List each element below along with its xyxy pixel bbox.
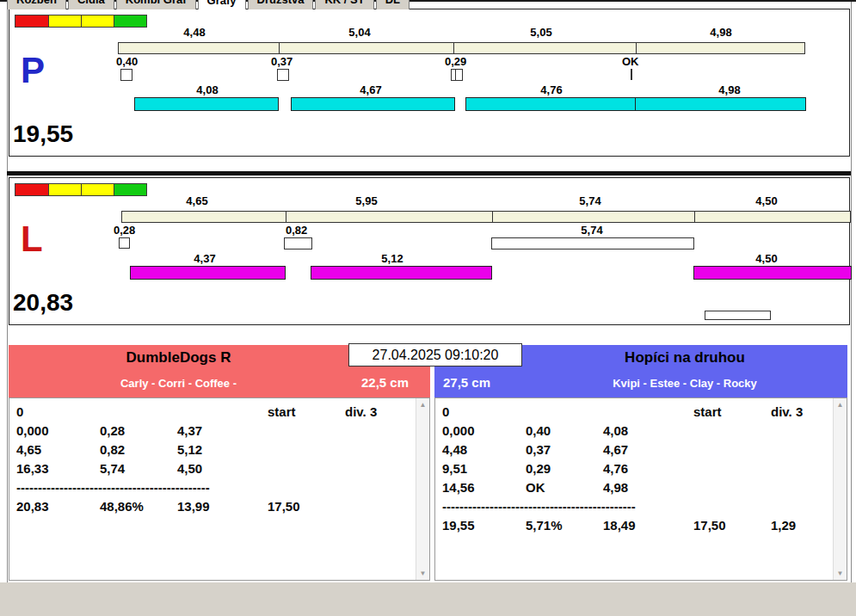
table-cell [345,422,412,440]
split-timeline-bar [121,211,851,223]
table-cell: 0,000 [16,422,100,440]
yellow-light [48,184,81,195]
partial-bar [705,311,771,320]
table-cell: 4,98 [603,478,693,497]
table-cell: 14,56 [442,478,526,497]
table-cell [771,478,829,497]
table-cell [268,459,345,478]
table-cell: 13,99 [177,497,268,516]
team-left-results-pane[interactable]: 0startdiv. 30,0000,284,374,650,825,1216,… [9,397,430,581]
change-time-label: OK [622,55,639,68]
table-cell [345,440,412,459]
table-row: 4,650,825,12 [16,440,412,459]
table-cell: 16,33 [16,459,100,478]
lane-panel-l: 4,65 5,95 5,74 4,50 0,28 0,82 5,74 4,37 … [9,177,850,325]
dog-time-label: 4,50 [755,252,777,265]
team-right-name: Hopíci na druhou [522,349,847,367]
app-window: Rozběh Čidla Kombi Graf Grafy Družstva K… [0,0,856,616]
tab-rozbeh[interactable]: Rozběh [7,0,66,9]
window-left-border [7,0,8,582]
table-cell [693,440,771,459]
table-row: 0,0000,284,37 [16,422,412,440]
tab-kombi-graf[interactable]: Kombi Graf [116,0,196,9]
table-cell: 5,71% [526,516,603,535]
table-cell [771,459,829,478]
team-left-results-table: 0startdiv. 30,0000,284,374,650,825,1216,… [16,403,412,516]
timestamp: 27.04.2025 09:10:20 [348,343,522,367]
change-time-label: 5,74 [581,224,602,237]
dog-time-label: 4,98 [718,83,740,96]
segment-divider [453,43,454,53]
dog-time-bar [130,266,286,280]
table-cell [345,497,412,516]
table-cell: ----------------------------------------… [442,497,681,516]
scrollbar[interactable]: ▲ ▼ [833,398,847,580]
change-time-label: 0,29 [445,55,466,68]
status-strip [0,582,856,616]
segment-divider [694,212,695,222]
table-cell: div. 3 [771,403,829,422]
scroll-down-icon[interactable]: ▼ [834,570,847,577]
table-row: 20,8348,86%13,9917,50 [16,497,412,516]
table-divider-row: ----------------------------------------… [442,497,829,516]
tab-kk-st[interactable]: KK / ST [315,0,373,9]
table-cell [526,403,603,422]
tab-druzstva[interactable]: Družstva [248,0,314,9]
team-left-dogs: Carly - Corri - Coffee - [9,377,348,390]
table-cell [345,459,412,478]
scrollbar[interactable]: ▲ ▼ [416,398,429,580]
table-cell [693,422,771,440]
table-cell [693,459,771,478]
team-right-results-pane[interactable]: 0startdiv. 30,0000,404,084,480,374,679,5… [434,397,847,581]
ok-tick-mark [631,69,632,80]
table-row: 19,555,71%18,4917,501,29 [442,516,829,535]
change-marker-box [277,69,289,81]
change-marker-box [451,69,463,81]
change-time-label: 0,82 [286,224,307,237]
table-row: 16,335,744,50 [16,459,412,478]
table-cell: 4,65 [16,440,100,459]
table-cell: OK [526,478,603,497]
change-marker-box [119,237,130,249]
team-right-dogs: Kvipi - Estee - Clay - Rocky [522,377,847,390]
segment-divider [636,43,637,53]
split-time-label: 5,95 [355,194,377,207]
table-cell: 17,50 [268,497,345,516]
table-cell [177,403,268,422]
table-cell: 9,51 [442,459,526,478]
table-cell: 4,76 [603,459,693,478]
tab-grafy[interactable]: Grafy [198,0,246,9]
yellow-light [48,15,81,27]
change-marker-box [120,69,132,81]
red-light [15,184,48,195]
change-marker-bar [491,237,694,249]
dog-time-bar [693,266,852,280]
change-time-label: 0,28 [114,224,135,237]
segment-divider [492,212,493,222]
table-row: 0startdiv. 3 [442,403,829,422]
table-cell: 4,37 [177,422,268,440]
tab-dl[interactable]: DL [376,0,410,9]
split-time-label: 4,98 [710,26,731,39]
table-cell: 0,82 [100,440,177,459]
start-lights-p [15,15,147,28]
table-row: 14,56OK4,98 [442,478,829,497]
table-cell: 0,37 [526,440,603,459]
table-cell: ----------------------------------------… [16,478,256,497]
table-cell: 18,49 [603,516,693,535]
dog-time-label: 4,76 [540,83,562,96]
dog-time-label: 5,12 [381,252,403,265]
table-row: 9,510,294,76 [442,459,829,478]
table-cell: 0 [16,403,100,422]
scroll-down-icon[interactable]: ▼ [416,570,429,577]
table-cell: 1,29 [771,516,829,535]
lane-separator [7,171,851,176]
lane-total-p: 19,55 [13,120,73,148]
scroll-up-icon[interactable]: ▲ [416,401,429,409]
team-right-results-table: 0startdiv. 30,0000,404,084,480,374,679,5… [442,403,829,535]
table-cell: 19,55 [442,516,526,535]
scroll-up-icon[interactable]: ▲ [834,401,847,409]
table-cell: 4,48 [442,440,526,459]
dog-time-bar [291,97,455,111]
tab-cidla[interactable]: Čidla [68,0,114,9]
